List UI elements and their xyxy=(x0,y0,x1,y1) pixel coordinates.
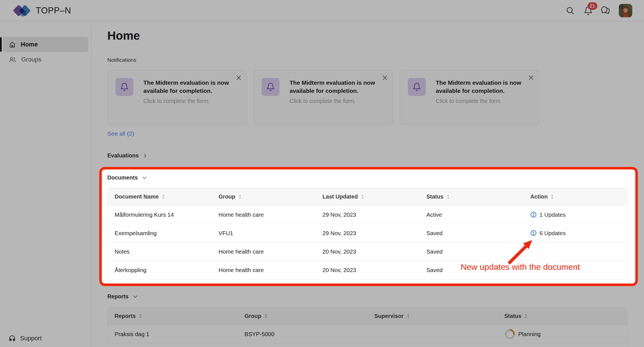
document-name-cell: Notes xyxy=(108,248,212,255)
sort-icon xyxy=(238,194,242,199)
sort-icon xyxy=(139,314,142,318)
updates-action[interactable]: 1 Updates xyxy=(530,211,565,218)
column-header-last-updated[interactable]: Last Updated xyxy=(316,193,420,200)
brand-name: TOPP–N xyxy=(36,6,71,16)
user-avatar[interactable] xyxy=(619,4,632,17)
column-header-group[interactable]: Group xyxy=(238,313,368,319)
documents-section-toggle[interactable]: Documents xyxy=(107,174,147,181)
info-alert-icon xyxy=(530,211,537,218)
sort-icon xyxy=(264,314,268,318)
document-name-cell: Återkoppling xyxy=(108,267,212,273)
search-icon[interactable] xyxy=(565,6,575,16)
reports-table-header: Reports Group Supervisor Status xyxy=(108,308,627,325)
reports-section-toggle[interactable]: Reports xyxy=(107,293,138,300)
close-icon[interactable] xyxy=(528,75,534,81)
annotation-text: New updates with the document xyxy=(461,262,580,272)
notification-title: The Midterm evaluation is now available … xyxy=(436,79,530,95)
group-cell: Home health care xyxy=(212,248,316,255)
sort-icon xyxy=(361,194,364,199)
supervisor-cell xyxy=(368,346,498,347)
report-name-cell: Praksis dag 1 xyxy=(108,331,238,337)
updates-label: 6 Updates xyxy=(539,230,565,237)
close-icon[interactable] xyxy=(236,75,242,81)
status-cell: Active xyxy=(419,211,523,218)
status-cell: Planning xyxy=(497,329,627,340)
notification-cards: The Midterm evaluation is now available … xyxy=(107,70,539,125)
groups-icon xyxy=(9,56,16,63)
close-icon[interactable] xyxy=(382,75,388,81)
support-label: Support xyxy=(20,335,42,342)
notification-card[interactable]: The Midterm evaluation is now available … xyxy=(254,70,393,125)
notifications-bell-icon[interactable]: 21 xyxy=(583,6,593,16)
notification-count-badge: 21 xyxy=(588,2,597,10)
chat-icon[interactable] xyxy=(601,6,611,16)
column-header-document-name[interactable]: Document Name xyxy=(108,193,212,200)
last-updated-cell: 29 Nov, 2023 xyxy=(316,211,420,218)
chevron-right-icon xyxy=(143,153,148,158)
sidebar-item-home[interactable]: Home xyxy=(3,37,88,52)
sort-icon xyxy=(550,194,554,199)
last-updated-cell: 20 Nov, 2023 xyxy=(316,248,420,255)
updates-action[interactable]: 6 Updates xyxy=(530,230,565,237)
table-row[interactable]: Notes Home health care 20 Nov, 2023 Save… xyxy=(108,242,627,261)
sort-icon xyxy=(446,194,450,199)
info-alert-icon xyxy=(530,230,537,236)
see-all-link[interactable]: See all (2) xyxy=(107,130,134,137)
status-cell: Saved xyxy=(419,248,523,255)
sort-icon xyxy=(406,314,410,318)
reports-table: Reports Group Supervisor Status Praksis … xyxy=(107,307,628,347)
notification-card[interactable]: The Midterm evaluation is now available … xyxy=(400,70,539,125)
headset-icon xyxy=(8,334,16,342)
sidebar-support[interactable]: Support xyxy=(8,334,42,342)
bell-icon xyxy=(115,78,133,96)
document-name-cell: Exempelsamling xyxy=(108,230,212,237)
column-header-status[interactable]: Status xyxy=(419,193,523,200)
topp-n-logo-icon xyxy=(13,3,32,18)
table-row[interactable]: Målformulering Kurs 14 Home health care … xyxy=(108,206,627,224)
chevron-down-icon xyxy=(132,294,138,299)
group-cell: BSYP-5000 xyxy=(238,331,368,337)
sidebar-item-label: Home xyxy=(21,41,38,48)
column-header-supervisor[interactable]: Supervisor xyxy=(368,313,498,319)
table-row[interactable]: Exempelsamling VFU1 29 Nov, 2023 Saved 6… xyxy=(108,224,627,242)
table-row[interactable] xyxy=(108,343,627,347)
header-icons: 21 xyxy=(565,0,644,21)
evaluations-label: Evaluations xyxy=(107,152,139,159)
group-cell: Home health care xyxy=(212,267,316,273)
notification-subtitle: Click to complete the form. xyxy=(436,98,530,104)
column-header-status[interactable]: Status xyxy=(497,313,627,319)
notification-subtitle: Click to complete the form. xyxy=(143,98,237,104)
documents-table-header: Document Name Group Last Updated Status … xyxy=(108,188,627,206)
last-updated-cell: 29 Nov, 2023 xyxy=(316,230,420,237)
bell-icon xyxy=(408,78,426,96)
brand: TOPP–N xyxy=(13,0,71,21)
document-name-cell: Målformulering Kurs 14 xyxy=(108,211,212,218)
notification-title: The Midterm evaluation is now available … xyxy=(290,79,383,95)
notification-subtitle: Click to complete the form. xyxy=(290,98,383,104)
updates-label: 1 Updates xyxy=(539,211,565,218)
group-cell: Home health care xyxy=(212,211,316,218)
column-header-group[interactable]: Group xyxy=(212,193,316,200)
reports-label: Reports xyxy=(107,293,129,300)
status-cell: Saved xyxy=(419,230,523,237)
notification-card[interactable]: The Midterm evaluation is now available … xyxy=(107,70,247,125)
sidebar: Home Groups Support xyxy=(0,22,91,347)
chevron-down-icon xyxy=(142,175,147,181)
top-header: TOPP–N 21 xyxy=(0,0,644,21)
home-icon xyxy=(9,41,16,48)
column-header-reports[interactable]: Reports xyxy=(108,313,238,319)
table-row[interactable]: Praksis dag 1 BSYP-5000 Planning xyxy=(108,325,627,343)
sort-icon xyxy=(524,314,528,318)
column-header-action[interactable]: Action xyxy=(523,193,627,200)
sidebar-item-label: Groups xyxy=(21,56,41,63)
notifications-section-label: Notifications xyxy=(107,57,136,63)
group-cell: VFU1 xyxy=(212,230,316,237)
sidebar-item-groups[interactable]: Groups xyxy=(3,52,88,67)
documents-label: Documents xyxy=(107,174,138,181)
notification-title: The Midterm evaluation is now available … xyxy=(143,79,237,95)
page-title: Home xyxy=(107,29,140,43)
progress-ring-icon xyxy=(504,329,515,340)
evaluations-section-toggle[interactable]: Evaluations xyxy=(107,152,148,159)
sort-icon xyxy=(162,194,165,199)
last-updated-cell: 20 Nov, 2023 xyxy=(316,267,420,273)
